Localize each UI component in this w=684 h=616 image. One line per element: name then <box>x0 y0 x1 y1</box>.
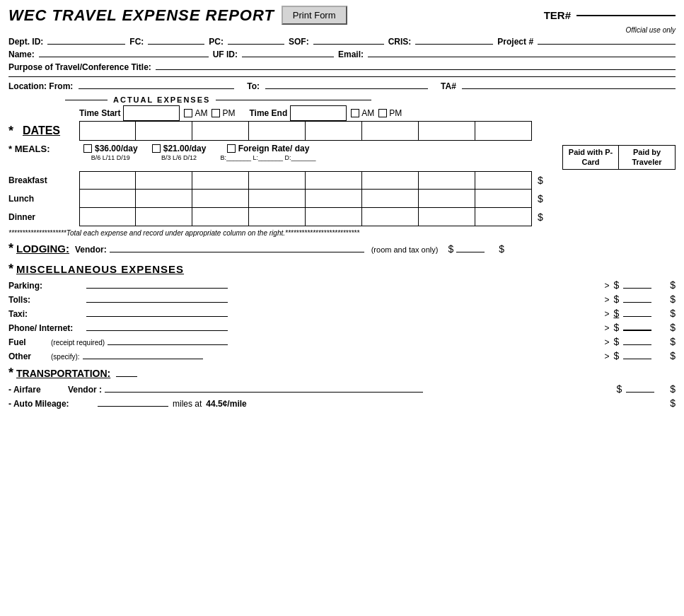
date-cell-8[interactable] <box>475 121 532 141</box>
airfare-dollar1: $ <box>616 383 622 395</box>
breakfast-cell-4[interactable] <box>249 171 306 190</box>
time-end-label: Time End <box>249 108 287 118</box>
parking-dollar1: $ <box>613 279 619 291</box>
dinner-cell-6[interactable] <box>362 208 419 226</box>
divider1 <box>8 76 676 77</box>
meal-foreign-checkbox[interactable] <box>227 144 236 153</box>
sof-field[interactable] <box>313 44 384 45</box>
dept-id-field[interactable] <box>47 44 125 45</box>
lodging-room-note: (room and tax only) <box>371 245 439 254</box>
airfare-dollar2: $ <box>670 383 676 395</box>
location-from-field[interactable] <box>79 88 234 89</box>
dept-id-label: Dept. ID: <box>8 37 43 47</box>
date-cell-3[interactable] <box>192 121 249 141</box>
lunch-cell-5[interactable] <box>306 190 362 208</box>
phone-dollar1: $ <box>613 322 619 333</box>
pc-field[interactable] <box>228 44 284 45</box>
am-checkbox[interactable] <box>184 109 192 117</box>
project-field[interactable] <box>538 44 676 45</box>
dinner-cell-5[interactable] <box>306 208 362 226</box>
breakfast-cell-1[interactable] <box>79 171 136 190</box>
lunch-cell-7[interactable] <box>419 190 475 208</box>
date-cell-4[interactable] <box>249 121 306 141</box>
lunch-cell-3[interactable] <box>192 190 249 208</box>
location-label: Location: From: <box>8 81 73 91</box>
other-pcard[interactable] <box>623 359 651 359</box>
dinner-cell-4[interactable] <box>249 208 306 226</box>
name-label: Name: <box>8 50 35 59</box>
tolls-field[interactable] <box>86 302 228 303</box>
parking-pcard[interactable] <box>623 288 651 289</box>
lodging-pcard-field[interactable] <box>456 252 485 252</box>
breakfast-cell-7[interactable] <box>419 171 475 190</box>
rate-label: 44.5¢/mile <box>206 399 246 409</box>
meal-36-checkbox[interactable] <box>83 144 92 153</box>
fc-field[interactable] <box>148 44 204 45</box>
dinner-cell-1[interactable] <box>79 208 136 226</box>
pm-checkbox-group: PM <box>211 108 235 118</box>
lunch-cell-8[interactable] <box>475 190 532 208</box>
parking-field[interactable] <box>86 288 228 289</box>
parking-dollar2: $ <box>670 279 676 291</box>
dinner-cell-2[interactable] <box>136 208 192 226</box>
lunch-cell-6[interactable] <box>362 190 419 208</box>
dinner-cell-8[interactable] <box>475 208 532 226</box>
miles-label: miles at <box>173 399 202 409</box>
location-to-field[interactable] <box>265 88 428 89</box>
breakfast-cell-8[interactable] <box>475 171 532 190</box>
pm2-label: PM <box>389 108 402 118</box>
transport-asterisk: * <box>8 366 13 380</box>
date-cell-5[interactable] <box>306 121 362 141</box>
cris-field[interactable] <box>415 44 493 45</box>
am2-checkbox[interactable] <box>351 109 359 117</box>
phone-arrow: > <box>604 323 609 333</box>
taxi-field[interactable] <box>86 316 228 317</box>
meal-21-checkbox[interactable] <box>152 144 161 153</box>
fuel-pcard[interactable] <box>623 344 651 345</box>
uf-id-field[interactable] <box>242 57 334 57</box>
purpose-label: Purpose of Travel/Conference Title: <box>8 62 151 72</box>
lodging-dollar2: $ <box>499 243 504 255</box>
breakfast-cell-3[interactable] <box>192 171 249 190</box>
time-end-field[interactable] <box>290 105 347 121</box>
tolls-pcard[interactable] <box>623 302 651 303</box>
mileage-field[interactable] <box>98 406 168 407</box>
date-cell-1[interactable] <box>79 121 136 141</box>
purpose-field[interactable] <box>156 69 676 70</box>
fuel-arrow: > <box>604 337 609 347</box>
lodging-vendor-label: Vendor: <box>75 245 107 255</box>
name-field[interactable] <box>39 57 209 57</box>
phone-field[interactable] <box>86 330 228 331</box>
airfare-pcard[interactable] <box>626 392 654 393</box>
email-label: Email: <box>338 50 364 59</box>
lunch-cell-2[interactable] <box>136 190 192 208</box>
fuel-field[interactable] <box>108 344 228 345</box>
ta-field[interactable] <box>462 88 676 89</box>
breakfast-cell-6[interactable] <box>362 171 419 190</box>
taxi-pcard[interactable] <box>623 316 651 317</box>
pm2-checkbox[interactable] <box>378 109 387 117</box>
time-start-field[interactable] <box>123 105 180 121</box>
date-cell-2[interactable] <box>136 121 192 141</box>
other-note: (specify): <box>51 353 80 361</box>
breakfast-cell-5[interactable] <box>306 171 362 190</box>
email-field[interactable] <box>368 57 676 57</box>
pm-checkbox[interactable] <box>211 109 220 117</box>
breakfast-label: Breakfast <box>8 175 79 185</box>
meal-36-sub: B/6 L/11 D/19 <box>91 154 130 161</box>
other-field[interactable] <box>83 359 203 359</box>
phone-pcard[interactable] <box>623 330 651 331</box>
dates-asterisk: * <box>8 124 23 139</box>
pm-label: PM <box>222 108 235 118</box>
dinner-label: Dinner <box>8 212 79 222</box>
date-cell-7[interactable] <box>419 121 475 141</box>
print-button[interactable]: Print Form <box>282 6 347 25</box>
dinner-cell-7[interactable] <box>419 208 475 226</box>
dinner-cell-3[interactable] <box>192 208 249 226</box>
lunch-cell-1[interactable] <box>79 190 136 208</box>
breakfast-cell-2[interactable] <box>136 171 192 190</box>
date-cell-6[interactable] <box>362 121 419 141</box>
lodging-vendor-field[interactable] <box>110 252 364 252</box>
airfare-vendor-field[interactable] <box>105 392 423 393</box>
lunch-cell-4[interactable] <box>249 190 306 208</box>
